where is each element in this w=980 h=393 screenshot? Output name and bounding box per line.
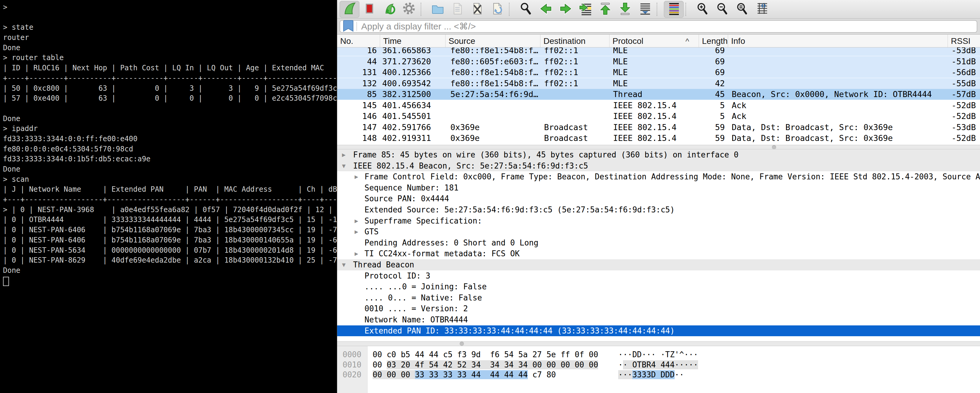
column-header-info[interactable]: Info [728,35,948,48]
packet-cell-rssi: -53dB [948,48,980,56]
column-header-destination[interactable]: Destination [541,35,609,48]
zoom-in-button[interactable] [693,1,713,18]
hex-row-0010[interactable]: 001000 03 20 4f 54 42 52 34 34 34 34 00 … [337,360,980,370]
hex-row-0000[interactable]: 000000 c0 b5 44 44 c5 f3 9d f6 54 5a 27 … [337,350,980,359]
zoomreset-icon [735,2,749,17]
detail-row[interactable]: Extended Source: 5e:27:5a:54:f6:9d:f3:c5… [337,204,980,216]
terminal-pane[interactable]: >> staterouterDone> router table| ID | R… [0,0,337,393]
column-header-rssi[interactable]: RSSI [948,35,980,48]
detail-row[interactable]: ▶TI CC24xx-format metadata: FCS OK [337,248,980,259]
collapsed-triangle-icon[interactable]: ▶ [355,171,358,182]
hex-row-0020[interactable]: 002000 00 00 33 33 33 33 44 44 44 44 c7 … [337,370,980,380]
first-packet-button[interactable] [595,1,615,18]
reloaddoc-icon [490,2,504,17]
detail-row[interactable]: ▼IEEE 802.15.4 Beacon, Src: 5e:27:5a:54:… [337,160,980,172]
wireshark-capture-button[interactable] [340,1,360,18]
detail-row[interactable]: .... ...0 = Joining: False [337,281,980,292]
colorize-button[interactable] [664,1,684,18]
filter-bookmark-icon[interactable] [343,20,353,33]
find-packet-button[interactable] [516,1,536,18]
resize-columns-button[interactable] [752,1,772,18]
packet-cell-length: 59 [699,122,728,133]
packet-cell-no: 148 [337,133,380,144]
detail-row[interactable]: Sequence Number: 181 [337,182,980,193]
detail-row[interactable]: Source PAN: 0x4444 [337,193,980,204]
stop-capture-button[interactable] [360,1,379,18]
packet-row-148[interactable]: 148402.9193110x369eBroadcastIEEE 802.15.… [337,133,980,144]
details-bytes-splitter[interactable] [337,341,980,346]
toolbar-separator [421,3,426,16]
reload-file-button[interactable] [487,1,507,18]
next-packet-button[interactable] [556,1,576,18]
detail-row[interactable]: ▶Frame Control Field: 0xc000, Frame Type… [337,171,980,182]
terminal-line: +---+------------------+----------------… [0,195,337,205]
display-filter-field[interactable] [340,20,977,33]
packet-list: 16361.665863fe80::f8e1:54b8:f…ff02::1MLE… [337,48,980,145]
auto-scroll-button[interactable] [635,1,655,18]
packet-row-147[interactable]: 147402.5917660x369eBroadcastIEEE 802.15.… [337,122,980,133]
detail-row[interactable]: Extended PAN ID: 33:33:33:33:44:44:44:44… [337,325,980,337]
column-header-no[interactable]: No. [337,35,380,48]
display-filter-bar [337,19,980,34]
detail-row[interactable]: Network Name: OTBR4444 [337,314,980,325]
previous-packet-button[interactable] [536,1,556,18]
detail-row[interactable]: .... 0... = Native: False [337,292,980,304]
expanded-triangle-icon[interactable]: ▼ [342,160,345,172]
collapsed-triangle-icon[interactable]: ▶ [355,248,358,259]
collapsed-triangle-icon[interactable]: ▶ [355,216,358,227]
column-header-time[interactable]: Time [380,35,445,48]
packet-cell-time: 402.919311 [380,133,445,144]
packet-cell-info [728,67,948,78]
packet-row-16[interactable]: 16361.665863fe80::f8e1:54b8:f…ff02::1MLE… [337,48,980,56]
collapsed-triangle-icon[interactable]: ▶ [342,149,345,160]
packet-cell-info: Data, Dst: Broadcast, Src: 0x369e [728,122,948,133]
packet-cell-info: Ack [728,111,948,122]
display-filter-input[interactable] [361,21,977,32]
terminal-line: router [0,33,337,43]
packet-row-146[interactable]: 146401.545501IEEE 802.15.45Ack-52dB [337,111,980,122]
folder-icon [431,2,445,17]
zoom-out-button[interactable] [713,1,732,18]
terminal-line: | 0 | OTBR4444 | 3333333344444444 | 4444… [0,215,337,225]
packet-cell-destination: Broadcast [541,122,609,133]
toolbar-separator [657,3,662,16]
restart-capture-button[interactable] [379,1,399,18]
packet-row-44[interactable]: 44371.273620fe80::605f:e603:f…ff02::1MLE… [337,56,980,67]
terminal-cursor [3,277,9,286]
detail-row[interactable]: 0010 .... = Version: 2 [337,303,980,314]
go-to-packet-button[interactable] [576,1,595,18]
detail-row[interactable]: ▶GTS [337,226,980,237]
expanded-triangle-icon[interactable]: ▼ [342,259,345,270]
gear-icon [402,2,416,17]
collapsed-triangle-icon[interactable]: ▶ [355,226,358,237]
hex-bytes: 00 c0 b5 44 44 c5 f3 9d f6 54 5a 27 5e f… [372,350,598,359]
arrowleft-icon [539,2,553,17]
capture-options-button[interactable] [399,1,419,18]
packet-row-85[interactable]: 85382.3125005e:27:5a:54:f6:9d…Thread45Be… [337,89,980,100]
packet-cell-no: 16 [337,48,380,56]
packet-cell-destination: ff02::1 [541,78,609,89]
last-packet-button[interactable] [615,1,635,18]
detail-row[interactable]: Protocol ID: 3 [337,270,980,281]
detail-row-text: Frame 85: 45 bytes on wire (360 bits), 4… [353,149,738,160]
detail-row[interactable]: ▼Thread Beacon [337,259,980,270]
detail-row[interactable]: ▶Superframe Specification: [337,216,980,227]
packet-row-145[interactable]: 145401.456634IEEE 802.15.45Ack-52dB [337,100,980,111]
close-file-button[interactable] [468,1,487,18]
packet-list-details-splitter[interactable] [337,145,980,149]
zoom-reset-button[interactable] [732,1,752,18]
column-header-length[interactable]: Length [699,35,728,48]
packet-row-132[interactable]: 132400.693542fe80::f8e1:54b8:f…ff02::1ML… [337,78,980,89]
detail-row[interactable]: Pending Addresses: 0 Short and 0 Long [337,237,980,248]
save-file-button[interactable] [448,1,468,18]
packet-cell-source: fe80::605f:e603:f… [445,56,541,67]
packet-cell-no: 145 [337,100,380,111]
detail-row[interactable]: ▶Frame 85: 45 bytes on wire (360 bits), … [337,149,980,160]
packet-cell-time: 382.312500 [380,89,445,100]
column-header-source[interactable]: Source [445,35,541,48]
terminal-line: > | 0 | NEST-PAN-3968 | a0e4edf55fea6a82… [0,205,337,215]
packet-cell-time: 401.456634 [380,100,445,111]
open-file-button[interactable] [428,1,448,18]
terminal-line: fd33:3333:3344:0:0:ff:fe00:e400 [0,134,337,144]
packet-row-131[interactable]: 131400.125366fe80::f8e1:54b8:f…ff02::1ML… [337,67,980,78]
